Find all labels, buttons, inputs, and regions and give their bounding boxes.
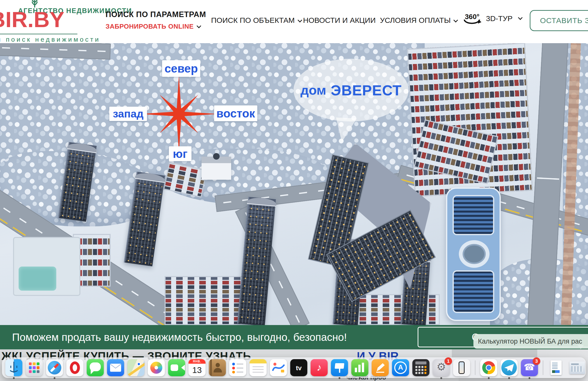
dock-telegram-icon[interactable] xyxy=(501,359,518,376)
nav-news-promos[interactable]: НОВОСТИ И АКЦИИ xyxy=(303,16,376,25)
dock-chrome-icon[interactable] xyxy=(480,359,497,376)
nav-search-by-params[interactable]: ПОИСК ПО ПАРАМЕТРАМ ЗАБРОНИРОВАТЬ ONLINE xyxy=(106,10,193,30)
school-roof xyxy=(454,272,493,312)
dock: ЯНВ.13tv♪A⚙1☎3 xyxy=(2,357,586,378)
dock-calculator-icon[interactable] xyxy=(412,359,429,376)
nav-search-by-objects[interactable]: ПОИСК ПО ОБЪЕКТАМ xyxy=(211,16,302,25)
dock-winpreview-icon[interactable] xyxy=(568,359,585,376)
running-indicator xyxy=(339,377,340,379)
running-indicator xyxy=(529,377,530,379)
site-header: АГЕНТСТВО НЕДВИЖИМОСТИ BIR.BY ый поиск н… xyxy=(0,0,588,43)
running-indicator xyxy=(508,377,510,379)
dock-music-icon[interactable]: ♪ xyxy=(311,359,328,376)
compass-label-west: запад xyxy=(109,107,147,121)
school-courtyard-ring xyxy=(459,240,489,268)
notification-badge: 1 xyxy=(445,357,452,365)
running-indicator xyxy=(359,377,361,379)
chevron-down-icon xyxy=(298,18,302,22)
running-indicator xyxy=(13,377,15,379)
dock-keynote-icon[interactable] xyxy=(331,359,348,376)
logo-text: BIR.BY xyxy=(0,9,64,31)
logo-divider xyxy=(0,34,77,34)
chevron-down-icon xyxy=(197,24,201,28)
dock-opera-icon[interactable] xyxy=(66,359,83,376)
dock-mail-icon[interactable] xyxy=(107,359,124,376)
dock-iphone-icon[interactable] xyxy=(453,359,470,376)
compass-star-icon xyxy=(137,73,220,155)
logo[interactable]: АГЕНТСТВО НЕДВИЖИМОСТИ BIR.BY ый поиск н… xyxy=(0,0,110,44)
dock-docpreview-icon[interactable] xyxy=(548,359,565,376)
banner-message: Поможем продать вашу недвижимость быстро… xyxy=(12,325,347,349)
dock-freeform-icon[interactable] xyxy=(270,359,287,376)
compass-label-east: восток xyxy=(214,105,257,121)
church-building xyxy=(202,157,231,180)
background-block xyxy=(452,349,537,358)
running-indicator xyxy=(440,377,442,379)
nav-3d-tour[interactable]: 360° 3D-ТУР xyxy=(460,11,522,27)
dock-appletv-icon[interactable]: tv xyxy=(290,359,307,376)
running-indicator xyxy=(54,377,56,379)
360-rotation-icon: 360° xyxy=(460,11,483,27)
school-roof xyxy=(454,196,493,234)
dock-separator xyxy=(475,360,475,375)
leave-request-button[interactable]: ОСТАВИТЬ ЗАЯВКУ xyxy=(530,10,588,31)
nav-payment-terms[interactable]: УСЛОВИЯ ОПЛАТЫ xyxy=(380,16,457,25)
dock-maps-icon[interactable] xyxy=(127,359,144,376)
dock-pages-icon[interactable] xyxy=(372,359,389,376)
logo-subtext: ый поиск недвижимости xyxy=(0,36,101,43)
chevron-down-icon xyxy=(454,18,458,22)
nav-book-online[interactable]: ЗАБРОНИРОВАТЬ ONLINE xyxy=(106,23,193,30)
logo-branch-icon xyxy=(27,0,42,8)
hero-aerial-rendering: север запад восток юг дом ЭВЕРЕСТ xyxy=(0,43,588,325)
sell-promo-banner: Поможем продать вашу недвижимость быстро… xyxy=(0,325,588,349)
dock-numbers-icon[interactable] xyxy=(351,359,368,376)
dock-finder-icon[interactable] xyxy=(5,359,22,376)
playground-yard xyxy=(13,237,80,296)
dock-separator xyxy=(543,360,543,375)
chevron-down-icon xyxy=(518,15,522,20)
pool xyxy=(19,267,56,291)
dock-facetime-icon[interactable] xyxy=(168,359,185,376)
dock-safari-icon[interactable] xyxy=(46,359,63,376)
compass-label-north: север xyxy=(162,60,200,77)
everest-callout-bubble: дом ЭВЕРЕСТ xyxy=(293,59,409,121)
compass-label-south: юг xyxy=(169,146,191,161)
dock-reminders-icon[interactable] xyxy=(229,359,246,376)
parking-lot xyxy=(165,276,249,325)
dock-messages-icon[interactable] xyxy=(87,359,104,376)
school-building xyxy=(446,187,501,321)
dock-contacts-icon[interactable] xyxy=(209,359,226,376)
dock-viber-icon[interactable]: ☎3 xyxy=(521,359,538,376)
everest-building xyxy=(321,141,434,304)
running-indicator xyxy=(488,377,490,379)
svg-text:360°: 360° xyxy=(465,13,479,21)
notification-badge: 3 xyxy=(533,357,540,365)
dock-photos-icon[interactable] xyxy=(148,359,165,376)
calculator-tooltip: Калькулятор НОВЫЙ БА для рас xyxy=(473,334,588,349)
dock-calendar-icon[interactable]: ЯНВ.13 xyxy=(188,359,206,376)
dock-launchpad-icon[interactable] xyxy=(26,359,43,376)
dock-appstore-icon[interactable]: A xyxy=(392,359,409,376)
dock-settings-icon[interactable]: ⚙1 xyxy=(433,359,450,376)
dock-notes-icon[interactable] xyxy=(250,359,267,376)
